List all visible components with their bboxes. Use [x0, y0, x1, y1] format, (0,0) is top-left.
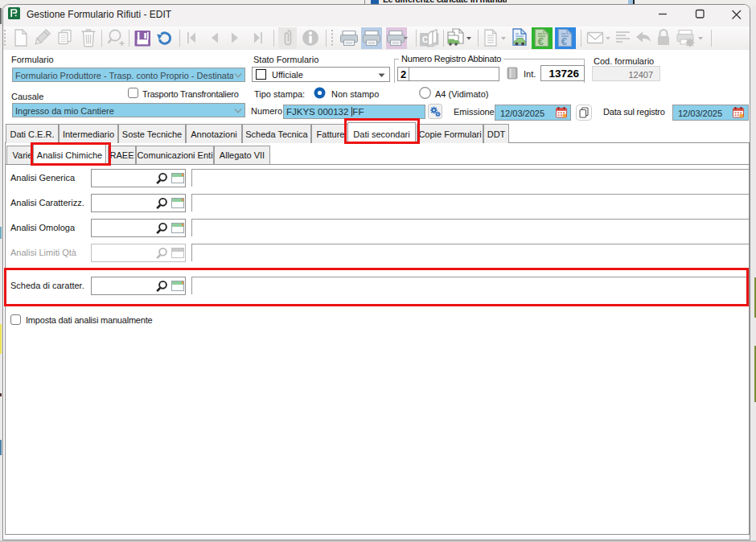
svg-text:€: €: [538, 35, 544, 47]
svg-text:C: C: [422, 35, 428, 44]
svg-text:€: €: [561, 35, 567, 47]
